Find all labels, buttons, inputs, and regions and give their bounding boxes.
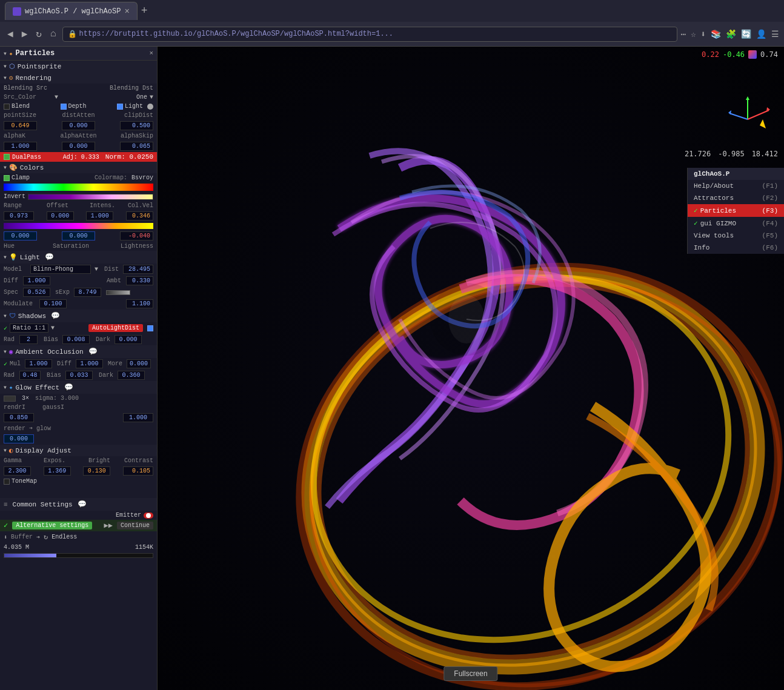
addons-icon[interactable]: 🧩 xyxy=(726,29,736,39)
active-tab[interactable]: wglChAoS.P / wglChAoSP × xyxy=(5,2,138,20)
right-menu-attractors[interactable]: Attractors (F2) xyxy=(688,192,784,204)
right-menu-info[interactable]: Info (F6) xyxy=(688,242,784,254)
expos-value[interactable]: 1.369 xyxy=(44,466,71,476)
alt-settings-btn[interactable]: Alternative settings xyxy=(12,522,92,529)
pointsprite-section[interactable]: ▼ ⬡ Pointsprite xyxy=(0,61,157,72)
blinn-phong-select[interactable]: Blinn-Phong xyxy=(30,265,91,274)
rendering-section[interactable]: ▼ ⚙ Rendering xyxy=(0,72,157,84)
common-settings-section[interactable]: ≡ Common Settings 💬 xyxy=(0,498,157,511)
alphak-value[interactable]: 1.000 xyxy=(4,142,37,151)
right-menu-gizmo[interactable]: ✓gui GIZMO (F4) xyxy=(688,217,784,230)
alphaskip-value[interactable]: 0.065 xyxy=(120,142,153,151)
diff-value[interactable]: 1.000 xyxy=(23,276,50,285)
refresh-button[interactable]: ↻ xyxy=(33,25,44,42)
gaussi-value[interactable]: 1.000 xyxy=(123,413,153,422)
display-section[interactable]: ▼ ◐ Display Adjust xyxy=(0,445,157,456)
downloads-icon[interactable]: ⬇ xyxy=(701,29,706,39)
clamp-checkbox[interactable] xyxy=(4,175,10,181)
contrast-value[interactable]: 0.105 xyxy=(123,466,153,476)
autolightdist-checkbox[interactable] xyxy=(147,325,153,331)
range-value[interactable]: 0.973 xyxy=(4,211,34,221)
modulate-value[interactable]: 0.100 xyxy=(39,299,67,308)
blend-checkbox[interactable] xyxy=(4,104,10,110)
light-value2[interactable]: -0.040 xyxy=(120,231,153,241)
dist-label: Dist xyxy=(104,266,119,273)
ao-more-value[interactable]: 0.000 xyxy=(127,359,151,368)
offset-label: Offset xyxy=(36,202,79,209)
dark-value[interactable]: 0.000 xyxy=(115,335,142,344)
info-shortcut: (F6) xyxy=(762,244,778,251)
sexp-value[interactable]: 8.749 xyxy=(74,288,101,297)
model-triangle: ▼ xyxy=(95,266,98,273)
ratio-select[interactable]: Ratio 1:1 xyxy=(10,323,48,333)
shadows-section[interactable]: ▼ 🛡 Shadows 💬 xyxy=(0,310,157,322)
glow-section[interactable]: ▼ ✦ Glow Effect 💬 xyxy=(0,381,157,394)
rendri-gaussi-values: 0.850 1.000 xyxy=(0,412,157,423)
sync-icon[interactable]: 🔄 xyxy=(741,29,751,39)
tonemap-checkbox[interactable] xyxy=(4,479,10,485)
account-icon[interactable]: 👤 xyxy=(756,29,766,39)
clipdist-value[interactable]: 0.500 xyxy=(120,121,153,130)
ao-bias-value[interactable]: 0.033 xyxy=(65,371,93,380)
ao-rad-label: Rad xyxy=(4,372,17,379)
bright-value[interactable]: 0.130 xyxy=(83,466,110,476)
menu-icon[interactable]: ☰ xyxy=(771,29,779,39)
panel-close-button[interactable]: × xyxy=(149,50,153,57)
home-button[interactable]: ⌂ xyxy=(48,26,59,42)
autolightdist-btn[interactable]: AutoLightDist xyxy=(88,324,143,332)
shadows-chat-icon: 💬 xyxy=(51,311,60,320)
ao-rad-value[interactable]: 0.48 xyxy=(19,371,41,380)
spec-value[interactable]: 0.526 xyxy=(23,288,50,297)
depth-checkbox[interactable] xyxy=(61,104,67,110)
offset-value[interactable]: 0.000 xyxy=(47,211,74,221)
forward-button[interactable]: ▶ xyxy=(19,25,30,42)
rendri-value[interactable]: 0.850 xyxy=(4,413,34,422)
continue-btn[interactable]: Continue xyxy=(117,522,153,529)
ao-section[interactable]: ▼ ◉ Ambient Occlusion 💬 xyxy=(0,345,157,358)
range-label: Range xyxy=(4,202,34,209)
ao-dark-value[interactable]: 0.360 xyxy=(118,371,145,380)
collapse-triangle[interactable]: ▼ xyxy=(4,51,7,56)
dualpass-checkbox[interactable] xyxy=(4,154,10,160)
glow-value[interactable]: 0.000 xyxy=(4,434,34,443)
contrast-label: Contrast xyxy=(123,457,153,464)
buffer-row: ⬇ Buffer ➔ ↻ Endless xyxy=(0,531,157,543)
bookmark-icon[interactable]: ☆ xyxy=(691,29,696,39)
col-vel-label: Col.Vel xyxy=(126,202,153,209)
rad-value[interactable]: 2 xyxy=(19,335,38,344)
right-menu-particles[interactable]: ✓Particles (F3) xyxy=(688,204,784,217)
new-tab-button[interactable]: + xyxy=(141,5,148,17)
library-icon[interactable]: 📚 xyxy=(711,29,721,39)
right-menu-help[interactable]: Help/About (F1) xyxy=(688,180,784,192)
address-bar[interactable]: 🔒 https://brutpitt.github.io/glChAoS.P/w… xyxy=(62,27,677,42)
intens-value[interactable]: 1.000 xyxy=(86,211,113,221)
colors-section[interactable]: ▼ 🎨 Colors xyxy=(0,162,157,173)
light-checkbox[interactable] xyxy=(117,104,123,110)
extensions-icon[interactable]: ⋯ xyxy=(681,29,686,39)
right-menu-viewtools[interactable]: View tools (F5) xyxy=(688,230,784,242)
pointsize-value[interactable]: 0.649 xyxy=(4,121,37,130)
hue-value[interactable]: 0.000 xyxy=(4,231,37,241)
modulate-value2[interactable]: 1.100 xyxy=(126,299,153,308)
tonemap-row: ToneMap xyxy=(0,477,157,486)
alphaatten-label: alphaAtten xyxy=(39,133,118,139)
ao-mul-value[interactable]: 1.000 xyxy=(25,359,52,368)
dist-value[interactable]: 28.495 xyxy=(123,265,153,274)
sat-value[interactable]: 0.000 xyxy=(62,231,95,241)
ao-diff-value[interactable]: 1.000 xyxy=(76,359,103,368)
ambt-value[interactable]: 0.330 xyxy=(126,276,153,285)
rendri-label: rendrI xyxy=(4,404,34,411)
back-button[interactable]: ◀ xyxy=(5,25,16,42)
alt-check: ✓ xyxy=(4,521,8,530)
col-vel-value[interactable]: 0.346 xyxy=(126,211,153,221)
gamma-value[interactable]: 2.300 xyxy=(4,466,31,476)
tab-close-button[interactable]: × xyxy=(124,7,129,16)
fullscreen-button[interactable]: Fullscreen xyxy=(443,666,497,681)
spec-slider[interactable] xyxy=(106,290,130,295)
alphaatten-value[interactable]: 0.000 xyxy=(62,142,95,151)
gradient-bar[interactable] xyxy=(4,184,153,191)
emitter-toggle[interactable] xyxy=(144,513,153,519)
bias-value[interactable]: 0.008 xyxy=(62,335,90,344)
light-section[interactable]: ▼ 💡 Light 💬 xyxy=(0,251,157,264)
distatten-value[interactable]: 0.000 xyxy=(62,121,95,130)
